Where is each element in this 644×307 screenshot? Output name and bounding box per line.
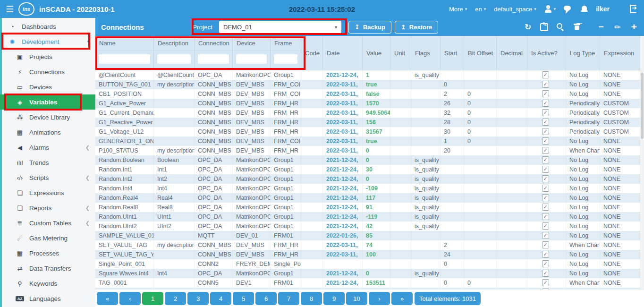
search-icon[interactable]: [556, 23, 565, 31]
active-checkbox-checked[interactable]: [542, 204, 549, 211]
sidebar-item-development[interactable]: ✺Development▾: [0, 34, 95, 49]
sidebar-item-variables[interactable]: ◈Variables: [0, 94, 95, 110]
sidebar-item-data-transfers[interactable]: ⇄Data Transfers: [0, 261, 95, 276]
column-header-code[interactable]: Code: [301, 36, 323, 70]
sidebar-item-custom-tables[interactable]: ≣Custom Tables❮: [0, 215, 95, 230]
page-3-button[interactable]: 3: [187, 292, 209, 305]
active-checkbox-checked[interactable]: [542, 194, 549, 201]
table-row[interactable]: SET_VALUE_TAGmy descriptionCONN_MBSDEV_M…: [95, 240, 644, 250]
table-row[interactable]: Random.Real8Real8OPC_DAMatrikonOPCGroup1…: [95, 203, 644, 212]
refresh-icon[interactable]: [524, 23, 532, 31]
table-row[interactable]: Random.BooleanBooleanOPC_DAMatrikonOPCGr…: [95, 155, 644, 165]
table-row[interactable]: Random.Real4Real4OPC_DAMatrikonOPCGroup1…: [95, 193, 644, 203]
table-row[interactable]: Single_Point_001CONN2FREYR_DEMOSingle_Po…: [95, 259, 644, 269]
table-row[interactable]: G1_Current_Demand_ICONN_MBSDEV_MBSFRM_HR…: [95, 108, 644, 118]
active-checkbox-checked[interactable]: [542, 241, 549, 248]
hamburger-menu-icon[interactable]: ☰: [6, 4, 14, 15]
column-header-decimal[interactable]: Decimal: [497, 36, 527, 70]
sidebar-item-devices[interactable]: ▭Devices: [0, 79, 95, 94]
sidebar-item-gas-metering[interactable]: ☄Gas Metering: [0, 230, 95, 246]
active-checkbox-checked[interactable]: [542, 289, 549, 290]
sidebar-item-scripts[interactable]: ‹/›Scripts❮: [0, 170, 95, 185]
user-menu[interactable]: ▾: [544, 5, 556, 13]
sidebar-item-device-library[interactable]: ⁂Device Library: [0, 110, 95, 125]
active-checkbox-checked[interactable]: [542, 232, 549, 239]
column-header-value[interactable]: Value: [363, 36, 390, 70]
first-page-button[interactable]: «: [97, 292, 118, 305]
table-row[interactable]: P100_STATUSmy descriptionCONN_MBSDEV_MBS…: [95, 146, 644, 155]
table-row[interactable]: GENERATOR_1_ON_OFCONN_MBSDEV_MBSFRM_COIL…: [95, 136, 644, 146]
active-checkbox-checked[interactable]: [542, 71, 549, 78]
active-checkbox-checked[interactable]: [542, 213, 549, 220]
table-row[interactable]: SAMPLE_VALUE_01MQTTDEV_01FRM012022-01-26…: [95, 231, 644, 240]
filter-input-description[interactable]: [157, 54, 191, 64]
logout-icon[interactable]: [630, 5, 636, 13]
active-checkbox-checked[interactable]: [542, 222, 549, 230]
column-header-expression[interactable]: Expression: [600, 36, 640, 70]
column-header-connection[interactable]: Connection: [195, 36, 233, 70]
table-row[interactable]: BUTTON_TAG_001my descriptionCONN_MBSDEV_…: [95, 80, 644, 89]
table-row[interactable]: G1_Active_PowerCONN_MBSDEV_MBSFRM_HR2022…: [95, 99, 644, 108]
active-checkbox-checked[interactable]: [542, 260, 549, 267]
table-row[interactable]: G1_Voltage_U12CONN_MBSDEV_MBSFRM_HR2022-…: [95, 127, 644, 136]
active-checkbox-checked[interactable]: [542, 81, 549, 88]
page-5-button[interactable]: 5: [233, 292, 254, 305]
filter-input-device[interactable]: [236, 54, 267, 64]
active-checkbox-checked[interactable]: [542, 90, 549, 97]
page-1-button[interactable]: 1: [142, 292, 163, 305]
table-row[interactable]: Random.Int2Int2OPC_DAMatrikonOPCGroup120…: [95, 174, 644, 184]
filter-input-frame[interactable]: [273, 54, 298, 64]
column-header-log_type[interactable]: Log Type: [566, 36, 600, 70]
page-7-button[interactable]: 7: [278, 292, 299, 305]
filter-input-name[interactable]: [98, 54, 151, 64]
active-checkbox-checked[interactable]: [542, 119, 549, 126]
sidebar-item-animations[interactable]: ▤Animations: [0, 125, 95, 140]
page-6-button[interactable]: 6: [255, 292, 277, 305]
pencil-icon[interactable]: [613, 23, 622, 31]
table-row[interactable]: @ClientCount@ClientCountOPC_DAMatrikonOP…: [95, 70, 644, 80]
active-checkbox-checked[interactable]: [542, 166, 549, 173]
sidebar-item-keywords[interactable]: ⚲Keywords: [0, 276, 95, 291]
sidebar-item-expressions[interactable]: ❏Expressions: [0, 185, 95, 200]
active-checkbox-checked[interactable]: [542, 279, 549, 286]
sidebar-item-languages[interactable]: AZLanguages: [0, 291, 95, 306]
column-header-flags[interactable]: Flags: [411, 36, 441, 70]
active-checkbox-checked[interactable]: [542, 156, 549, 163]
bell-icon[interactable]: [581, 5, 588, 13]
column-header-bit_offset[interactable]: Bit Offset: [464, 36, 497, 70]
column-header-unit[interactable]: Unit: [390, 36, 411, 70]
sidebar-item-reports[interactable]: ❑Reports❮: [0, 200, 95, 215]
prev-page-button[interactable]: ‹: [119, 292, 141, 305]
edit-icon[interactable]: [540, 23, 548, 31]
table-row[interactable]: TAG_0002CONN5DEV1FRM012021-12-24,3896102…: [95, 288, 644, 290]
sidebar-item-processes[interactable]: ▦Processes: [0, 246, 95, 261]
table-row[interactable]: TAG_0001CONN5DEV1FRM012021-12-24,1535110…: [95, 278, 644, 288]
active-checkbox-checked[interactable]: [542, 147, 549, 154]
vertical-scrollbar[interactable]: [640, 36, 644, 289]
column-header-device[interactable]: Device: [233, 36, 271, 70]
space-menu[interactable]: default_space▾: [494, 6, 536, 13]
page-9-button[interactable]: 9: [323, 292, 345, 305]
minus-icon[interactable]: [597, 23, 605, 31]
table-row[interactable]: Random.Int4Int4OPC_DAMatrikonOPCGroup120…: [95, 184, 644, 193]
chat-icon[interactable]: [564, 5, 573, 13]
table-row[interactable]: CB1_POSITIONCONN_MBSDEV_MBSFRM_COIL2022-…: [95, 89, 644, 99]
filter-input-connection[interactable]: [197, 54, 229, 64]
sidebar-item-connections[interactable]: ⚡Connections: [0, 64, 95, 79]
next-page-button[interactable]: ›: [369, 292, 390, 305]
column-header-is_active[interactable]: Is Active?: [527, 36, 566, 70]
table-row[interactable]: Random.UInt2UInt2OPC_DAMatrikonOPCGroup1…: [95, 222, 644, 231]
project-select[interactable]: DEMO_01 ▾: [219, 21, 341, 33]
trash-icon[interactable]: [573, 23, 581, 31]
active-checkbox-checked[interactable]: [542, 128, 549, 135]
active-checkbox-checked[interactable]: [542, 109, 549, 116]
plus-icon[interactable]: [630, 23, 638, 31]
restore-button[interactable]: ↥ Restore: [395, 21, 438, 34]
table-row[interactable]: SET_VALUE_TAG_YCONN_MBSDEV_MBSFRM_HR2022…: [95, 250, 644, 259]
sidebar-item-dashboards[interactable]: ◔Dashboards: [0, 19, 95, 34]
active-checkbox-checked[interactable]: [542, 175, 549, 182]
table-row[interactable]: Random.Int1Int1OPC_DAMatrikonOPCGroup120…: [95, 165, 644, 174]
more-menu[interactable]: More▾: [449, 6, 467, 13]
active-checkbox-checked[interactable]: [542, 100, 549, 107]
column-header-date[interactable]: Date: [323, 36, 363, 70]
